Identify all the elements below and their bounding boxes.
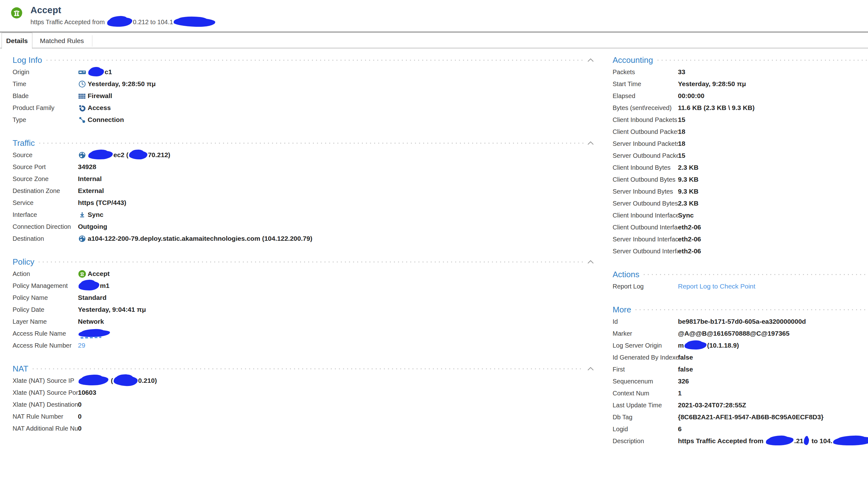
section-title: More	[613, 305, 631, 315]
accept-icon	[78, 270, 86, 278]
field-value: 2.3 KB	[678, 200, 699, 207]
field-row-server-inbound-interface: Server Inbound Interfaceeth2-06	[613, 233, 868, 245]
redaction-scribble	[78, 281, 99, 291]
field-value: Yesterday, 9:28:50 πμ	[78, 80, 156, 88]
field-label: Db Tag	[613, 414, 678, 421]
field-row-product-family: Product FamilyAccess	[12, 102, 595, 114]
field-label: Client Inbound Bytes	[613, 164, 678, 171]
field-row-origin: Originc1	[12, 66, 595, 78]
field-label: Xlate (NAT) Source Port	[12, 389, 78, 396]
redaction-scribble	[129, 150, 147, 160]
section-header-traffic: Traffic	[12, 137, 595, 149]
field-value-text: be9817be-b171-57d0-605a-ea320000000d	[678, 318, 806, 325]
field-label: Source Zone	[12, 175, 78, 183]
field-row-sequencenum: Sequencenum326	[613, 375, 868, 387]
field-value-text: Sync	[678, 212, 694, 219]
collapse-chevron-icon[interactable]	[587, 141, 595, 145]
report-log-link[interactable]: Report Log to Check Point	[678, 282, 755, 290]
tab-bar: Details Matched Rules	[0, 33, 868, 49]
field-row-first: Firstfalse	[613, 363, 868, 375]
clock-icon	[78, 80, 86, 88]
redaction-scribble	[174, 17, 215, 27]
field-row-nat-rule-number: NAT Rule Number0	[12, 411, 595, 422]
field-value: Sync	[678, 212, 694, 219]
field-value: https Traffic Accepted from .21 to 104.	[678, 437, 868, 445]
field-label: Server Outbound Bytes	[613, 200, 678, 207]
field-row-type: TypeConnection	[12, 114, 595, 126]
dotted-divider	[39, 262, 583, 263]
field-label: Server Inbound Packets	[613, 140, 678, 147]
field-value: Yesterday, 9:28:50 πμ	[678, 80, 746, 88]
field-value: {8C6B2A21-AFE1-9547-AB6B-8C95A0ECF8D3}	[678, 413, 824, 421]
field-value: Access	[78, 104, 111, 112]
field-row-marker: Marker@A@@B@1616570888@C@197365	[613, 328, 868, 339]
collapse-chevron-icon[interactable]	[587, 260, 595, 264]
field-value-text: false	[678, 365, 693, 373]
field-value: false	[678, 365, 693, 373]
field-value: 00:00:00	[678, 92, 704, 100]
field-value: 6	[678, 425, 682, 433]
field-value-text: 70.212)	[148, 151, 170, 159]
section-nat: NATXlate (NAT) Source IP (0.210)Xlate (N…	[12, 363, 595, 435]
field-label: Connection Direction	[12, 223, 78, 230]
field-value: 15	[678, 152, 685, 159]
field-value-text: Sync	[88, 211, 103, 218]
field-value: 34928	[78, 163, 96, 171]
field-value: c1	[78, 68, 112, 77]
collapse-chevron-icon[interactable]	[587, 367, 595, 371]
field-value: false	[678, 354, 693, 361]
field-value: 0	[78, 425, 82, 432]
field-value: eth2-06	[678, 223, 701, 231]
field-row-description: Descriptionhttps Traffic Accepted from .…	[613, 435, 868, 447]
section-more: MoreIdbe9817be-b171-57d0-605a-ea32000000…	[613, 304, 868, 447]
field-value-text: Yesterday, 9:28:50 πμ	[88, 80, 156, 88]
field-row-context-num: Context Num1	[613, 387, 868, 399]
field-value-text: eth2-06	[678, 223, 701, 231]
field-value-text: 11.6 KB (2.3 KB \ 9.3 KB)	[678, 104, 754, 112]
field-row-policy-management: Policy Managementm1	[12, 280, 595, 292]
field-row-packets: Packets33	[613, 66, 868, 78]
field-label: Elapsed	[613, 92, 678, 100]
field-value	[78, 330, 111, 337]
field-label: Client Outbound Interface	[613, 224, 678, 231]
section-header-nat: NAT	[12, 363, 595, 375]
field-row-server-outbound-interface: Server Outbound Interfaceeth2-06	[613, 245, 868, 257]
field-value: 29	[78, 342, 85, 349]
field-value: Sync	[78, 211, 103, 219]
field-value: 1	[678, 389, 682, 397]
field-label: Server Outbound Packets	[613, 152, 678, 159]
field-row-client-inbound-interface: Client Inbound InterfaceSync	[613, 209, 868, 221]
field-value: 15	[678, 116, 685, 123]
field-label: Server Inbound Bytes	[613, 188, 678, 195]
section-policy: PolicyActionAcceptPolicy Managementm1Pol…	[12, 256, 595, 351]
field-row-id-generated-by-indexer: Id Generated By Indexerfalse	[613, 351, 868, 363]
field-value-text: 2.3 KB	[678, 200, 699, 207]
access-rule-number-link[interactable]: 29	[78, 342, 85, 349]
field-value-text: 0	[78, 401, 82, 408]
field-value-text: https (TCP/443)	[78, 199, 126, 207]
field-row-blade: BladeFirewall	[12, 90, 595, 102]
field-label: Access Rule Number	[12, 342, 78, 349]
field-row-nat-additional-rule-nu: NAT Additional Rule Nu...0	[12, 422, 595, 435]
tab-matched-rules[interactable]: Matched Rules	[32, 35, 92, 47]
field-value-text: Outgoing	[78, 223, 107, 230]
field-value-text: 326	[678, 378, 689, 385]
field-row-connection-direction: Connection DirectionOutgoing	[12, 221, 595, 233]
dotted-divider	[46, 60, 583, 61]
field-value-text: 0	[78, 425, 82, 432]
collapse-chevron-icon[interactable]	[587, 58, 595, 62]
field-row-server-inbound-packets: Server Inbound Packets18	[613, 138, 868, 150]
field-value: Network	[78, 318, 104, 325]
field-value-text: 1	[678, 389, 682, 397]
field-value-text: Standard	[78, 294, 106, 301]
field-row-report-log: Report LogReport Log to Check Point	[613, 280, 868, 292]
field-value-text: {8C6B2A21-AFE1-9547-AB6B-8C95A0ECF8D3}	[678, 413, 824, 421]
field-row-client-outbound-bytes: Client Outbound Bytes9.3 KB	[613, 174, 868, 185]
tab-details[interactable]: Details	[2, 33, 32, 49]
field-value: 18	[678, 128, 685, 136]
field-value-text: 10603	[78, 389, 96, 396]
field-value: Connection	[78, 116, 124, 124]
field-row-destination-zone: Destination ZoneExternal	[12, 185, 595, 197]
field-label: Origin	[12, 68, 78, 76]
field-label: Interface	[12, 211, 78, 218]
